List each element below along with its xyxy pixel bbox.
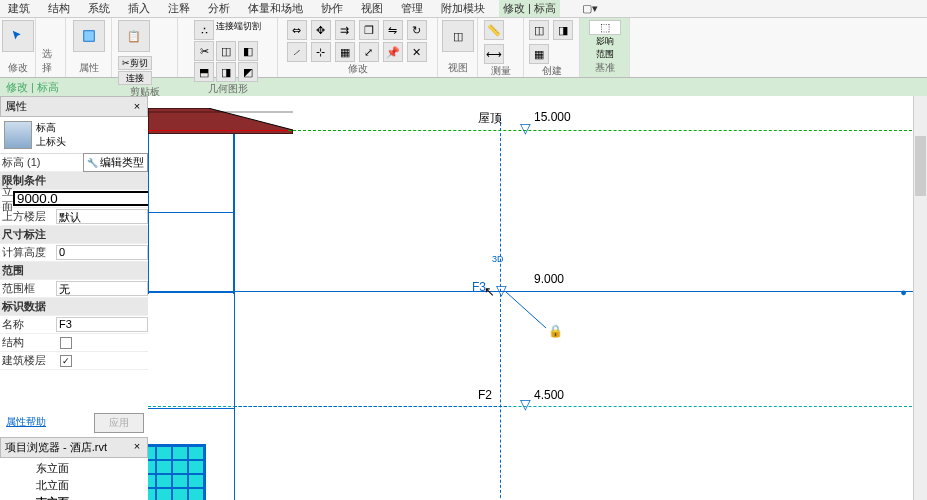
drag-dot-icon[interactable]: ● xyxy=(900,286,907,298)
pin-icon[interactable]: 📌 xyxy=(383,42,403,62)
vertical-scrollbar[interactable] xyxy=(913,96,927,500)
menu-item[interactable]: 注释 xyxy=(164,0,194,17)
menu-item[interactable]: 协作 xyxy=(317,0,347,17)
tree-label: 东立面 xyxy=(36,462,69,474)
level-marker-icon[interactable]: ▽ xyxy=(520,396,531,412)
join-geo-icon[interactable]: ⬒ xyxy=(194,62,214,82)
vertical-witness-line xyxy=(500,118,501,500)
create-icon[interactable]: ◨ xyxy=(553,20,573,40)
cut-icon[interactable]: ✂剪切 xyxy=(118,56,152,70)
trim-icon[interactable]: ⟋ xyxy=(287,42,307,62)
ribbon-group-label: 属性 xyxy=(79,61,99,75)
delete-icon[interactable]: ✕ xyxy=(407,42,427,62)
group-header: 尺寸标注 xyxy=(0,227,56,242)
ribbon-group-label: 创建 xyxy=(542,64,562,78)
structural-checkbox[interactable] xyxy=(60,337,72,349)
cut-geo-icon[interactable]: ✂ xyxy=(194,41,214,61)
curtain-panel-preview[interactable] xyxy=(148,444,206,500)
close-icon[interactable]: × xyxy=(131,101,143,113)
menu-item[interactable]: 插入 xyxy=(124,0,154,17)
type-selector[interactable]: 标高 上标头 xyxy=(36,121,66,149)
cope-icon[interactable]: ⛬ xyxy=(194,20,214,40)
geo-icon[interactable]: ◫ xyxy=(216,41,236,61)
tree-item[interactable]: 东立面 xyxy=(2,460,146,477)
copy-icon[interactable]: ❐ xyxy=(359,20,379,40)
floor-line[interactable] xyxy=(148,408,234,409)
paste-icon[interactable]: 📋 xyxy=(118,20,150,52)
3d-extent-icon[interactable]: 3D xyxy=(492,254,504,264)
array-icon[interactable]: ▦ xyxy=(335,42,355,62)
apply-button[interactable]: 应用 xyxy=(94,413,144,433)
context-label: 修改 | 标高 xyxy=(6,80,59,95)
split-icon[interactable]: ⊹ xyxy=(311,42,331,62)
create-icon[interactable]: ▦ xyxy=(529,44,549,64)
floor-line[interactable] xyxy=(148,212,234,213)
mirror-icon[interactable]: ⇋ xyxy=(383,20,403,40)
menu-item[interactable]: 结构 xyxy=(44,0,74,17)
geo-icon[interactable]: ◧ xyxy=(238,41,258,61)
level-type-icon[interactable] xyxy=(4,121,32,149)
menu-item[interactable]: 管理 xyxy=(397,0,427,17)
ribbon-toggle-icon[interactable]: ▢▾ xyxy=(578,1,602,16)
ribbon-group-label: 视图 xyxy=(448,61,468,75)
move-icon[interactable]: ✥ xyxy=(311,20,331,40)
building-story-checkbox[interactable] xyxy=(60,355,72,367)
offset-icon[interactable]: ⇉ xyxy=(335,20,355,40)
ribbon-group-label: 测量 xyxy=(491,64,511,78)
menu-item[interactable]: 分析 xyxy=(204,0,234,17)
propagate-extents-icon[interactable]: ⬚ xyxy=(589,20,621,35)
close-icon[interactable]: × xyxy=(131,441,143,453)
prop-key: 结构 xyxy=(0,335,56,350)
ribbon-group-label: 基准 xyxy=(595,61,615,75)
drag-handle[interactable] xyxy=(506,292,550,332)
create-icon[interactable]: ◫ xyxy=(529,20,549,40)
scale-icon[interactable]: ⤢ xyxy=(359,42,379,62)
level-name[interactable]: 屋顶 xyxy=(478,110,502,127)
ribbon-group-label: 修改 xyxy=(348,62,368,76)
prop-value[interactable]: 无 xyxy=(56,281,148,296)
geo-icon[interactable]: ◨ xyxy=(216,62,236,82)
floor-line[interactable] xyxy=(148,292,234,293)
level-marker-icon[interactable]: ▽ xyxy=(520,120,531,136)
svg-line-3 xyxy=(506,292,546,328)
measure-icon[interactable]: 📏 xyxy=(484,20,504,40)
rotate-icon[interactable]: ↻ xyxy=(407,20,427,40)
ribbon-group-label: 修改 xyxy=(8,61,28,75)
geo-icon[interactable]: ◩ xyxy=(238,62,258,82)
join-icon[interactable]: 连接 xyxy=(118,71,152,85)
properties-icon[interactable] xyxy=(73,20,105,52)
wall-geometry[interactable] xyxy=(148,134,234,294)
menu-item[interactable]: 建筑 xyxy=(4,0,34,17)
prop-key: 计算高度 xyxy=(0,245,56,260)
group-header: 标识数据 xyxy=(0,299,56,314)
prop-value[interactable]: 0 xyxy=(56,245,148,260)
menu-item[interactable]: 体量和场地 xyxy=(244,0,307,17)
svg-rect-0 xyxy=(83,31,94,42)
level-name[interactable]: F2 xyxy=(478,388,492,402)
edit-type-button[interactable]: 🔧编辑类型 xyxy=(83,153,148,172)
tree-item[interactable]: 南立面 xyxy=(2,494,146,501)
dim-icon[interactable]: ⟷ xyxy=(484,44,504,64)
tree-item[interactable]: 北立面 xyxy=(2,477,146,494)
menu-item[interactable]: 系统 xyxy=(84,0,114,17)
menu-item[interactable]: 附加模块 xyxy=(437,0,489,17)
level-elevation[interactable]: 4.500 xyxy=(534,388,564,402)
cursor-icon: ↖ xyxy=(484,284,495,299)
modify-tool-icon[interactable] xyxy=(2,20,34,52)
view-icon[interactable]: ◫ xyxy=(442,20,474,52)
menu-item[interactable]: 视图 xyxy=(357,0,387,17)
level-elevation[interactable]: 9.000 xyxy=(534,272,564,286)
scrollbar-thumb[interactable] xyxy=(915,136,926,196)
prop-key: 名称 xyxy=(0,317,56,332)
level-elevation[interactable]: 15.000 xyxy=(534,110,571,124)
prop-value[interactable]: F3 xyxy=(56,317,148,332)
align-icon[interactable]: ⇔ xyxy=(287,20,307,40)
lock-icon[interactable]: 🔒 xyxy=(548,324,563,338)
properties-help-link[interactable]: 属性帮助 xyxy=(4,413,48,433)
prop-key: 上方楼层 xyxy=(0,209,56,224)
prop-value[interactable]: 默认 xyxy=(56,209,148,224)
drawing-canvas[interactable]: 屋顶 15.000 ▽ F3 ↖ ▽ 9.000 3D 🔒 ● F2 4.50 xyxy=(148,96,927,500)
instance-filter[interactable]: 标高 (1) xyxy=(0,155,66,170)
wall-edge[interactable] xyxy=(234,134,235,500)
menu-item-active[interactable]: 修改 | 标高 xyxy=(499,0,560,17)
